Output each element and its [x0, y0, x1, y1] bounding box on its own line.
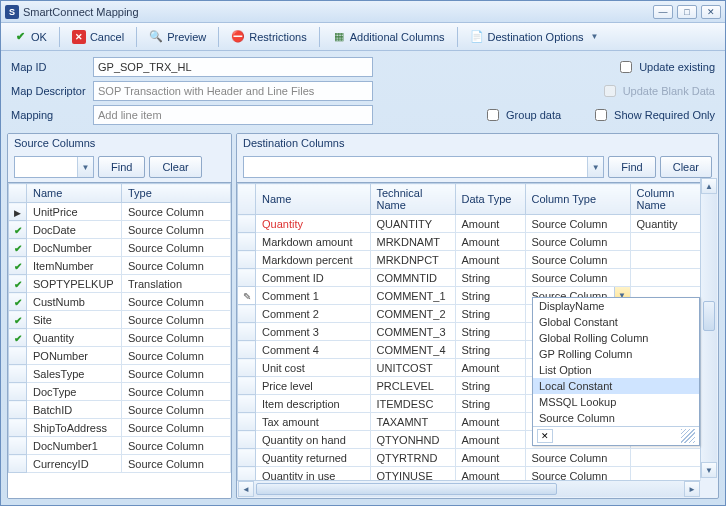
table-row[interactable]: ✔SOPTYPELKUPTranslation [9, 275, 231, 293]
resize-grip-icon[interactable] [681, 429, 695, 443]
chevron-down-icon[interactable]: ▼ [587, 157, 603, 177]
col-technical[interactable]: Technical Name [370, 184, 455, 215]
column-type-dropdown[interactable]: DisplayNameGlobal ConstantGlobal Rolling… [532, 297, 700, 446]
additional-columns-label: Additional Columns [350, 31, 445, 43]
scroll-left-button[interactable]: ◄ [238, 481, 254, 497]
row-indicator: ✔ [9, 311, 27, 329]
restrictions-button[interactable]: ⛔ Restrictions [225, 27, 312, 47]
table-row[interactable]: Comment IDCOMMNTIDStringSource Column [238, 269, 701, 287]
ok-button[interactable]: ✔ OK [7, 27, 53, 47]
table-row[interactable]: DocNumber1Source Column [9, 437, 231, 455]
col-type[interactable]: Type [122, 184, 231, 203]
table-row[interactable]: ✔DocNumberSource Column [9, 239, 231, 257]
scroll-down-button[interactable]: ▼ [701, 462, 717, 478]
cell-technical: MRKDNAMT [370, 233, 455, 251]
scroll-up-button[interactable]: ▲ [701, 178, 717, 194]
dropdown-item[interactable]: Global Rolling Column [533, 330, 699, 346]
table-row[interactable]: ✔ItemNumberSource Column [9, 257, 231, 275]
table-row[interactable]: ✔DocDateSource Column [9, 221, 231, 239]
cell-coltype[interactable]: Source Column [525, 215, 630, 233]
row-indicator [9, 419, 27, 437]
table-row[interactable]: ShipToAddressSource Column [9, 419, 231, 437]
checkbox-icon[interactable] [620, 61, 632, 73]
table-row[interactable]: Markdown percentMRKDNPCTAmountSource Col… [238, 251, 701, 269]
checkbox-icon[interactable] [595, 109, 607, 121]
dropdown-item[interactable]: List Option [533, 362, 699, 378]
cell-datatype: String [455, 287, 525, 305]
maximize-button[interactable]: □ [677, 5, 697, 19]
cell-coltype[interactable]: Source Column [525, 467, 630, 482]
col-coltype[interactable]: Column Type [525, 184, 630, 215]
destination-find-button[interactable]: Find [608, 156, 655, 178]
cell-coltype[interactable]: Source Column [525, 233, 630, 251]
source-find-button[interactable]: Find [98, 156, 145, 178]
additional-columns-button[interactable]: ▦ Additional Columns [326, 27, 451, 47]
row-indicator [238, 251, 256, 269]
dropdown-item[interactable]: MSSQL Lookup [533, 394, 699, 410]
dropdown-item[interactable]: Local Constant [533, 378, 699, 394]
vertical-scrollbar[interactable]: ▲ ▼ [700, 178, 717, 478]
scroll-thumb[interactable] [256, 483, 557, 495]
table-row[interactable]: DocTypeSource Column [9, 383, 231, 401]
cell-technical: QTYINUSE [370, 467, 455, 482]
close-button[interactable]: ✕ [701, 5, 721, 19]
checkbox-icon [604, 85, 616, 97]
table-row[interactable]: PONumberSource Column [9, 347, 231, 365]
destination-options-button[interactable]: 📄 Destination Options ▼ [464, 27, 605, 47]
row-indicator: ✔ [9, 293, 27, 311]
map-descriptor-field[interactable] [93, 81, 373, 101]
destination-columns-pane: Destination Columns ▼ Find Clear Name Te… [236, 133, 719, 499]
dropdown-item[interactable]: Global Constant [533, 314, 699, 330]
columns-icon: ▦ [332, 30, 346, 44]
minimize-button[interactable]: — [653, 5, 673, 19]
cell-datatype: Amount [455, 215, 525, 233]
table-row[interactable]: Quantity in useQTYINUSEAmountSource Colu… [238, 467, 701, 482]
dropdown-item[interactable]: DisplayName [533, 298, 699, 314]
dropdown-close-button[interactable]: ✕ [537, 429, 553, 443]
table-row[interactable]: SalesTypeSource Column [9, 365, 231, 383]
table-row[interactable]: BatchIDSource Column [9, 401, 231, 419]
cell-technical: COMMENT_1 [370, 287, 455, 305]
table-row[interactable]: QuantityQUANTITYAmountSource ColumnQuant… [238, 215, 701, 233]
preview-button[interactable]: 🔍 Preview [143, 27, 212, 47]
table-row[interactable]: ▶UnitPriceSource Column [9, 203, 231, 221]
source-filter-combo[interactable]: ▼ [14, 156, 94, 178]
col-colname[interactable]: Column Name [630, 184, 701, 215]
col-name[interactable]: Name [27, 184, 122, 203]
col-name[interactable]: Name [256, 184, 371, 215]
dropdown-item[interactable]: GP Rolling Column [533, 346, 699, 362]
cell-name: CustNumb [27, 293, 122, 311]
destination-clear-button[interactable]: Clear [660, 156, 712, 178]
table-row[interactable]: ✔QuantitySource Column [9, 329, 231, 347]
table-row[interactable]: Quantity returnedQTYRTRNDAmountSource Co… [238, 449, 701, 467]
map-id-field[interactable] [93, 57, 373, 77]
cell-coltype[interactable]: Source Column [525, 269, 630, 287]
dropdown-item[interactable]: Source Column [533, 410, 699, 426]
col-datatype[interactable]: Data Type [455, 184, 525, 215]
scroll-track[interactable] [701, 194, 717, 462]
scroll-track[interactable] [254, 481, 684, 497]
cell-coltype[interactable]: Source Column [525, 449, 630, 467]
destination-filter-combo[interactable]: ▼ [243, 156, 604, 178]
show-required-checkbox[interactable]: Show Required Only [591, 106, 715, 124]
table-row[interactable]: CurrencyIDSource Column [9, 455, 231, 473]
table-row[interactable]: ✔SiteSource Column [9, 311, 231, 329]
group-data-checkbox[interactable]: Group data [483, 106, 561, 124]
checkbox-icon[interactable] [487, 109, 499, 121]
scroll-thumb[interactable] [703, 301, 715, 331]
cell-name: ShipToAddress [27, 419, 122, 437]
cell-type: Source Column [122, 311, 231, 329]
scroll-right-button[interactable]: ► [684, 481, 700, 497]
cancel-button[interactable]: ✕ Cancel [66, 27, 130, 47]
chevron-down-icon[interactable]: ▼ [77, 157, 93, 177]
source-clear-button[interactable]: Clear [149, 156, 201, 178]
cell-technical: TAXAMNT [370, 413, 455, 431]
horizontal-scrollbar[interactable]: ◄ ► [238, 480, 700, 497]
mapping-field[interactable] [93, 105, 373, 125]
cell-colname [630, 449, 701, 467]
table-row[interactable]: Markdown amountMRKDNAMTAmountSource Colu… [238, 233, 701, 251]
table-row[interactable]: ✔CustNumbSource Column [9, 293, 231, 311]
update-existing-checkbox[interactable]: Update existing [616, 58, 715, 76]
source-grid[interactable]: Name Type ▶UnitPriceSource Column✔DocDat… [8, 182, 231, 498]
cell-coltype[interactable]: Source Column [525, 251, 630, 269]
